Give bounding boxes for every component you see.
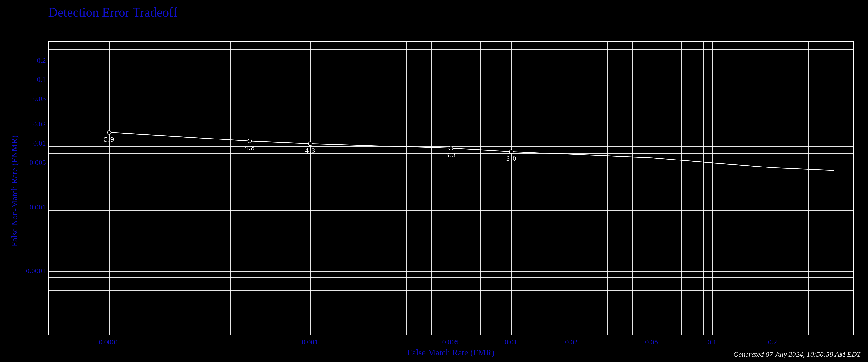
y-grid-minor	[49, 113, 853, 113]
y-tick-label: 0.1	[19, 75, 46, 84]
x-axis-label: False Match Rate (FMR)	[48, 347, 854, 358]
y-grid-minor	[49, 99, 853, 100]
operating-point-label: 3.0	[506, 154, 517, 162]
x-tick-label: 0.02	[565, 338, 578, 346]
operating-point-marker	[107, 130, 112, 135]
operating-point-label: 4.8	[245, 144, 255, 152]
operating-point-label: 3.3	[445, 151, 456, 159]
x-grid-minor	[808, 41, 809, 335]
y-grid-minor	[49, 94, 853, 94]
x-grid-minor	[451, 41, 451, 335]
operating-point-marker	[308, 141, 312, 146]
operating-point-marker	[509, 149, 514, 154]
y-tick-label: 0.05	[19, 94, 46, 103]
operating-point-label: 5.9	[104, 135, 115, 143]
x-grid-minor	[480, 41, 480, 335]
y-grid-minor	[49, 90, 853, 90]
y-tick-label: 0.005	[19, 158, 46, 167]
x-grid-minor	[607, 41, 608, 335]
chart-title: Detection Error Tradeoff	[48, 5, 178, 20]
x-grid-minor	[467, 41, 467, 335]
y-grid-minor	[49, 83, 853, 83]
x-tick-label: 0.01	[505, 338, 518, 346]
y-grid-major	[49, 144, 853, 144]
y-tick-label: 0.001	[19, 203, 46, 211]
y-grid-minor	[49, 86, 853, 86]
x-tick-label: 0.0001	[99, 338, 119, 346]
x-grid-minor	[668, 41, 668, 335]
x-grid-minor	[572, 41, 572, 335]
y-tick-label: 0.02	[19, 120, 46, 128]
x-grid-minor	[652, 41, 652, 335]
y-grid-minor	[49, 61, 853, 61]
y-tick-label: 0.01	[19, 139, 46, 147]
y-tick-label: 0.2	[19, 56, 46, 64]
operating-point-marker	[248, 139, 252, 143]
plot-area: 5.94.84.33.33.0	[48, 41, 854, 335]
x-grid-minor	[431, 41, 432, 335]
y-grid-minor	[49, 105, 853, 106]
x-grid-minor	[681, 41, 682, 335]
y-axis-label: False Non-Match Rate (FNMR)	[9, 46, 20, 336]
x-tick-label: 0.001	[302, 338, 318, 346]
x-grid-major	[512, 41, 512, 335]
y-grid-major	[49, 80, 853, 80]
y-grid-minor	[49, 124, 853, 125]
y-tick-label: 0.0001	[19, 267, 46, 275]
x-grid-minor	[632, 41, 633, 335]
x-tick-label: 0.2	[768, 338, 777, 346]
x-grid-minor	[703, 41, 704, 335]
y-grid-minor	[49, 163, 853, 163]
operating-point-label: 4.3	[305, 146, 316, 155]
x-grid-minor	[773, 41, 773, 335]
generated-timestamp: Generated 07 July 2024, 10:50:59 AM EDT	[733, 350, 861, 358]
x-tick-label: 0.005	[442, 338, 459, 346]
x-grid-major	[712, 41, 713, 335]
operating-point-marker	[449, 146, 453, 150]
x-tick-label: 0.1	[707, 338, 717, 346]
x-tick-label: 0.05	[645, 338, 658, 346]
